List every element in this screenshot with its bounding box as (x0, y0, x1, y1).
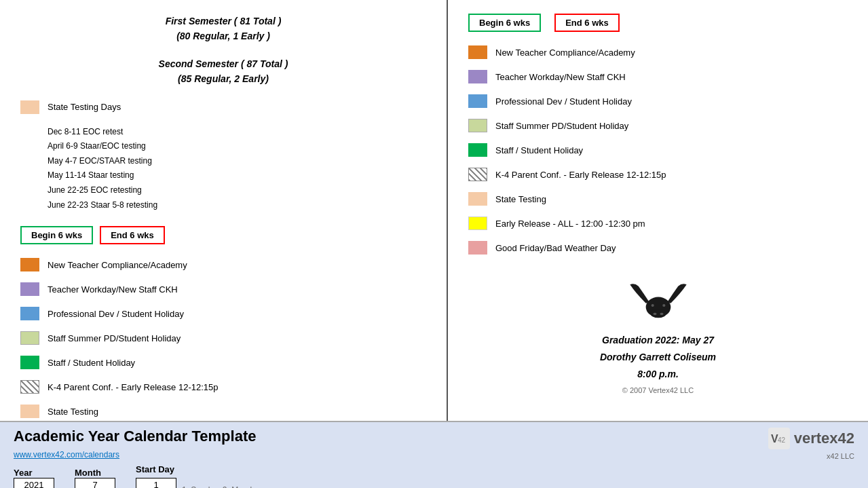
semester-info: First Semester ( 81 Total ) (80 Regular,… (20, 14, 426, 87)
legend-left: New Teacher Compliance/Academy Teacher W… (20, 258, 426, 418)
begin-6wks-button-left[interactable]: Begin 6 wks (20, 226, 93, 244)
svg-point-5 (662, 304, 665, 307)
calendar-title: Academic Year Calendar Template (14, 428, 261, 445)
month-field-group: Month (75, 468, 115, 489)
end-6wks-button-right[interactable]: End 6 wks (554, 14, 620, 32)
test-date-1: Dec 8-11 EOC retest (48, 125, 426, 140)
right-panel: Begin 6 wks End 6 wks New Teacher Compli… (448, 0, 868, 421)
legend-item-hatched-right: K-4 Parent Conf. - Early Release 12-12:1… (468, 168, 848, 181)
state-testing-color-box-left (20, 100, 39, 114)
peach-label-left: State Testing (48, 407, 98, 417)
green-label-right: Staff / Student Holiday (495, 145, 583, 155)
svg-text:42: 42 (778, 436, 786, 444)
hatched-label-left: K-4 Parent Conf. - Early Release 12-12:1… (48, 382, 218, 392)
graduation-section: Graduation 2022: May 27 Dorothy Garrett … (468, 275, 848, 394)
year-field-group: Year (14, 468, 54, 489)
semester2-line2: (85 Regular, 2 Early) (20, 71, 426, 86)
test-date-4: May 11-14 Staar testing (48, 168, 426, 183)
begin-6wks-button-right[interactable]: Begin 6 wks (468, 14, 541, 32)
orange-box-left (20, 258, 39, 271)
legend-item-blue-right: Professional Dev / Student Holiday (468, 94, 848, 108)
calendar-fields: Year Month Start Day 1: Sunday, 2: Monda… (14, 464, 261, 488)
green-label-left: Staff / Student Holiday (48, 358, 135, 368)
svg-point-1 (650, 309, 666, 318)
blue-box-right (468, 94, 487, 108)
orange-label-right: New Teacher Compliance/Academy (495, 48, 635, 58)
legend-item-green-left: Staff / Student Holiday (20, 356, 426, 369)
legend-item-sage-left: Staff Summer PD/Student Holiday (20, 331, 426, 345)
blue-label-left: Professional Dev / Student Holiday (48, 309, 184, 319)
blue-box-left (20, 307, 39, 320)
sage-label-right: Staff Summer PD/Student Holiday (495, 121, 628, 131)
semester1-line2: (80 Regular, 1 Early ) (20, 29, 426, 43)
test-date-6: June 22-23 Staar 5-8 retesting (48, 198, 426, 213)
yellow-box-right (468, 217, 487, 230)
legend-item-pink-right: Good Friday/Bad Weather Day (468, 241, 848, 255)
testing-days: State Testing Days Dec 8-11 EOC retest A… (20, 100, 426, 213)
month-label: Month (75, 468, 101, 478)
year-label: Year (14, 468, 32, 478)
sage-box-left (20, 331, 39, 345)
left-panel: First Semester ( 81 Total ) (80 Regular,… (0, 0, 448, 421)
start-day-input[interactable] (136, 478, 176, 489)
peach-box-left (20, 405, 39, 418)
orange-box-right (468, 45, 487, 59)
bottom-bar: Academic Year Calendar Template www.vert… (0, 421, 868, 488)
legend-item-purple-left: Teacher Workday/New Staff CKH (20, 282, 426, 296)
svg-point-4 (651, 304, 654, 307)
graduation-line2: Dorothy Garrett Coliseum (468, 349, 848, 366)
vertex42-logo-icon: V 42 (768, 428, 790, 449)
semester1-line1: First Semester ( 81 Total ) (20, 14, 426, 29)
blue-label-right: Professional Dev / Student Holiday (495, 96, 632, 107)
testing-header-item: State Testing Days (20, 100, 426, 114)
peach-box-right (468, 192, 487, 206)
graduation-text: Graduation 2022: May 27 Dorothy Garrett … (468, 332, 848, 383)
vertex42-link[interactable]: www.vertex42.com/calendars (14, 450, 119, 459)
graduation-line1: Graduation 2022: May 27 (468, 332, 848, 349)
legend-item-sage-right: Staff Summer PD/Student Holiday (468, 119, 848, 132)
svg-point-3 (660, 313, 663, 315)
legend-right: New Teacher Compliance/Academy Teacher W… (468, 45, 848, 255)
start-day-label: Start Day (136, 464, 174, 474)
longhorn-icon (624, 275, 692, 322)
purple-label-right: Teacher Workday/New Staff CKH (495, 72, 626, 82)
end-6wks-button-left[interactable]: End 6 wks (100, 226, 165, 244)
hatched-box-left (20, 380, 39, 394)
semester2-line1: Second Semester ( 87 Total ) (20, 56, 426, 71)
six-wks-buttons-right: Begin 6 wks End 6 wks (468, 14, 848, 32)
green-box-left (20, 356, 39, 369)
hatched-box-right (468, 168, 487, 181)
legend-item-blue-left: Professional Dev / Student Holiday (20, 307, 426, 320)
testing-label: State Testing Days (48, 102, 121, 112)
orange-label-left: New Teacher Compliance/Academy (48, 260, 187, 270)
start-day-field-group: Start Day 1: Sunday, 2: Monday (136, 464, 261, 488)
vertex42-brand-text: vertex42 (794, 430, 854, 447)
graduation-line3: 8:00 p.m. (468, 366, 848, 383)
month-input[interactable] (75, 478, 115, 489)
six-wks-buttons-left: Begin 6 wks End 6 wks (20, 226, 426, 244)
legend-item-yellow-right: Early Release - ALL - 12:00 -12:30 pm (468, 217, 848, 230)
purple-box-left (20, 282, 39, 296)
yellow-label-right: Early Release - ALL - 12:00 -12:30 pm (495, 219, 645, 229)
copyright-text: © 2007 Vertex42 LLC (468, 386, 848, 394)
legend-item-orange-right: New Teacher Compliance/Academy (468, 45, 848, 59)
legend-item-orange-left: New Teacher Compliance/Academy (20, 258, 426, 271)
test-date-5: June 22-25 EOC retesting (48, 183, 426, 198)
pink-box-right (468, 241, 487, 255)
sage-label-left: Staff Summer PD/Student Holiday (48, 333, 181, 343)
purple-box-right (468, 70, 487, 83)
pink-label-right: Good Friday/Bad Weather Day (495, 243, 616, 253)
legend-item-green-right: Staff / Student Holiday (468, 143, 848, 157)
test-date-2: April 6-9 Staar/EOC testing (48, 139, 426, 154)
legend-item-peach-left: State Testing (20, 405, 426, 418)
hatched-label-right: K-4 Parent Conf. - Early Release 12-12:1… (495, 170, 666, 180)
start-day-note: 1: Sunday, 2: Monday (182, 485, 261, 488)
green-box-right (468, 143, 487, 157)
legend-item-peach-right: State Testing (468, 192, 848, 206)
purple-label-left: Teacher Workday/New Staff CKH (48, 284, 178, 295)
peach-label-right: State Testing (495, 194, 546, 204)
sage-box-right (468, 119, 487, 132)
year-input[interactable] (14, 478, 54, 489)
test-date-3: May 4-7 EOC/STAAR testing (48, 154, 426, 169)
legend-item-purple-right: Teacher Workday/New Staff CKH (468, 70, 848, 83)
